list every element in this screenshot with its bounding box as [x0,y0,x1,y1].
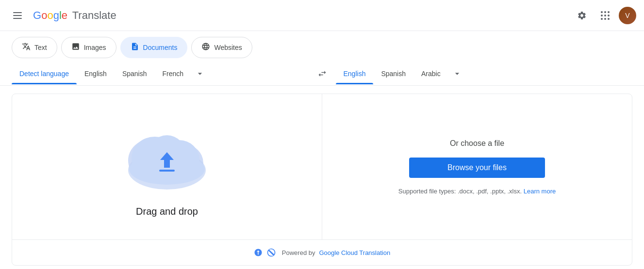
menu-button[interactable] [8,6,27,25]
source-lang-more[interactable] [191,62,209,85]
hamburger-icon [9,8,26,23]
avatar[interactable]: V [619,7,636,24]
cloud-upload-area: Drag and drop [118,117,215,217]
language-selector-row: Detect language English Spanish French E… [0,62,644,86]
swap-icon [317,69,327,79]
gcp-link[interactable]: Google Cloud Translation [319,249,390,256]
header-left: Google Translate [8,6,116,25]
gear-icon [577,11,587,20]
target-lang-english[interactable]: English [336,63,374,84]
image-icon [71,42,80,53]
target-lang-more[interactable] [448,62,466,85]
cloud-svg [118,117,215,194]
browse-files-button[interactable]: Browse your files [409,158,545,178]
browse-files-panel: Or choose a file Browse your files Suppo… [322,94,632,239]
powered-by-text: Powered by [282,249,315,256]
upload-drop-zone[interactable]: Drag and drop [12,94,322,239]
supported-types-text: Supported file types: .docx, .pdf, .pptx… [398,188,556,195]
apps-button[interactable] [595,6,615,25]
translate-icon [22,42,31,53]
tab-documents-label: Documents [143,44,178,51]
app-header: Google Translate V [0,0,644,31]
globe-icon [201,42,210,53]
google-wordmark: Google [33,9,67,22]
target-lang-arabic[interactable]: Arabic [413,63,448,84]
learn-more-link[interactable]: Learn more [524,188,556,195]
header-right: V [572,6,636,25]
grid-icon [601,11,610,20]
drag-drop-label: Drag and drop [136,206,198,217]
source-language-panel: Detect language English Spanish French [12,62,309,85]
cloud-illustration [118,117,215,194]
tab-images[interactable]: Images [61,37,116,58]
source-lang-english[interactable]: English [77,63,115,84]
tab-text[interactable]: Text [12,37,57,58]
source-lang-detect[interactable]: Detect language [12,63,77,84]
chevron-down-icon [195,69,205,79]
translation-area: Drag and drop Or choose a file Browse yo… [12,94,632,266]
tab-websites-label: Websites [214,44,242,51]
source-lang-french[interactable]: French [154,63,191,84]
settings-button[interactable] [572,6,592,25]
app-logo[interactable]: Google Translate [33,9,116,22]
chevron-down-icon [452,69,462,79]
target-language-panel: English Spanish Arabic [336,62,633,85]
swap-languages-button[interactable] [313,64,332,83]
target-lang-spanish[interactable]: Spanish [373,63,413,84]
source-lang-spanish[interactable]: Spanish [115,63,155,84]
translate-wordmark: Translate [69,9,116,22]
or-choose-text: Or choose a file [450,139,504,148]
google-cloud-icon [254,248,263,257]
svg-rect-8 [159,170,175,172]
document-icon [131,42,139,53]
tab-images-label: Images [84,44,106,51]
tab-text-label: Text [34,44,47,51]
tab-websites[interactable]: Websites [191,37,252,58]
translate-panels: Drag and drop Or choose a file Browse yo… [12,94,632,239]
mode-tabs: Text Images Documents Websites [0,31,644,58]
tab-documents[interactable]: Documents [120,37,188,58]
powered-by-bar: Powered by Google Cloud Translation [12,239,632,265]
gcp-logo [266,248,276,257]
